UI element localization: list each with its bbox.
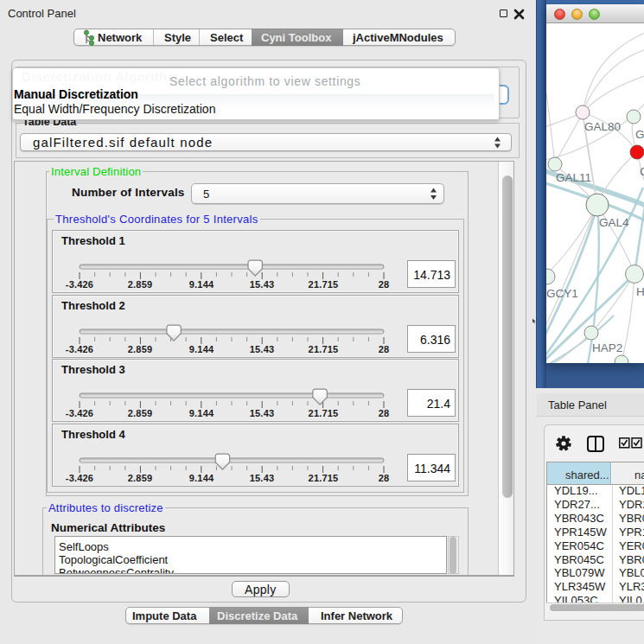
svg-text:HAP2: HAP2 [592, 341, 622, 354]
svg-text:GCY1: GCY1 [546, 287, 578, 300]
svg-text:H: H [636, 285, 644, 298]
svg-text:GAL11: GAL11 [556, 171, 591, 184]
svg-text:C: C [640, 165, 644, 178]
svg-text:GAL4: GAL4 [599, 216, 629, 229]
svg-text:GA: GA [635, 128, 644, 141]
svg-text:GAL80: GAL80 [584, 120, 621, 133]
